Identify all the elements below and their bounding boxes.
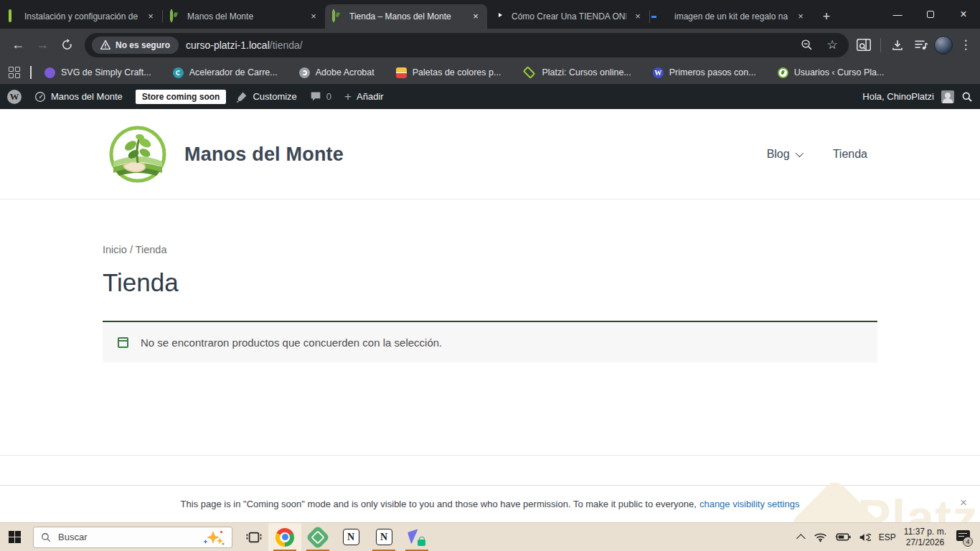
bookmark-acelerador[interactable]: Acelerador de Carre... [173, 67, 278, 78]
bookmark-usuarios[interactable]: Usuarios ‹ Curso Pla... [778, 67, 885, 78]
minimize-button[interactable]: — [881, 0, 914, 29]
admin-site-menu[interactable]: Manos del Monte [34, 91, 123, 103]
user-avatar[interactable] [941, 90, 954, 103]
plus-icon: + [344, 90, 352, 104]
security-chip[interactable]: No es seguro [92, 37, 179, 54]
nav-blog-label: Blog [767, 148, 790, 161]
woocommerce-info-notice: No se encontraron productos que concuerd… [103, 322, 877, 362]
tab-instalacion[interactable]: Instalación y configuración de × [0, 4, 162, 29]
windows-taskbar: Buscar N N ESP 11:37 p. m. 27/1/ [0, 522, 980, 551]
add-new-label: Añadir [357, 91, 384, 102]
notion-icon: N [343, 529, 359, 545]
taskbar-notion2-button[interactable]: N [367, 523, 400, 551]
taskbar-chrome-button[interactable] [268, 523, 301, 551]
main-navigation: Blog Tienda [767, 148, 877, 161]
taskbar-local-button[interactable] [301, 523, 334, 551]
admin-search-icon[interactable] [961, 91, 973, 103]
profile-avatar[interactable] [934, 36, 953, 55]
chrome-icon [275, 528, 294, 547]
start-button[interactable] [0, 523, 29, 551]
site-logo[interactable] [109, 126, 166, 183]
bookmark-label: Primeros pasos con... [669, 67, 756, 77]
zoom-out-page-icon[interactable] [797, 36, 816, 55]
battery-charging-icon[interactable] [835, 532, 851, 542]
add-new-menu[interactable]: + Añadir [344, 90, 384, 104]
footer-divider [0, 455, 980, 456]
bookmark-svg-craft[interactable]: SVG de Simply Craft... [44, 67, 151, 78]
close-window-button[interactable]: × [947, 0, 980, 29]
customize-menu[interactable]: Customize [236, 91, 296, 103]
notification-center-button[interactable]: 4 [954, 528, 973, 547]
tab-close-icon[interactable]: × [145, 11, 156, 22]
comment-bubble-icon [310, 91, 321, 102]
taskbar-notion-button[interactable]: N [334, 523, 367, 551]
toolbar-separator [880, 38, 881, 52]
google-icon [657, 11, 669, 22]
back-button[interactable]: ← [6, 33, 30, 57]
tab-tienda-active[interactable]: Tienda – Manos del Monte × [325, 4, 487, 29]
site-header: Manos del Monte Blog Tienda [0, 109, 980, 199]
notification-count-badge: 4 [963, 537, 973, 547]
swirl-icon [173, 67, 184, 78]
no-products-message: No se encontraron productos que concuerd… [141, 336, 442, 349]
wordpress-logo-icon: W [7, 90, 22, 104]
taskbar-vpn-button[interactable] [400, 523, 433, 551]
media-playlist-icon [914, 39, 928, 51]
windows-logo-icon [9, 531, 21, 543]
tab-close-icon[interactable]: × [470, 11, 481, 22]
tab-google-search[interactable]: imagen de un kit de regalo na × [650, 4, 812, 29]
side-panel-search-icon[interactable] [854, 36, 873, 55]
bookmark-paletas[interactable]: Paletas de colores p... [396, 67, 501, 78]
tab-close-icon[interactable]: × [795, 11, 806, 22]
download-icon [891, 39, 904, 52]
speaker-icon[interactable] [859, 532, 871, 542]
coming-soon-text: This page is in "Coming soon" mode and i… [181, 499, 697, 509]
bookmark-wordpress[interactable]: WPrimeros pasos con... [653, 67, 756, 78]
browser-menu-button[interactable]: ⋮ [957, 37, 974, 52]
tab-close-icon[interactable]: × [308, 11, 319, 22]
url-path: /tienda/ [270, 39, 303, 51]
new-tab-button[interactable]: + [816, 6, 837, 27]
clock-date: 27/1/2026 [906, 537, 944, 547]
media-controls-button[interactable] [911, 36, 930, 55]
tab-close-icon[interactable]: × [632, 11, 644, 22]
browser-toolbar: ← → No es seguro curso-platzi-1.local/ti… [0, 29, 980, 61]
bookmark-platzi[interactable]: Platzi: Cursos online... [522, 67, 631, 77]
nav-blog-link[interactable]: Blog [767, 148, 801, 161]
language-indicator[interactable]: ESP [879, 532, 896, 542]
bookmark-star-icon[interactable]: ☆ [823, 36, 842, 55]
admin-bar-right: Hola, ChinoPlatzi [862, 90, 973, 103]
site-title[interactable]: Manos del Monte [184, 143, 344, 166]
dismiss-banner-icon[interactable]: × [960, 496, 967, 510]
bookmark-adobe-acrobat[interactable]: Adobe Acrobat [299, 67, 374, 78]
taskbar-clock[interactable]: 11:37 p. m. 27/1/2026 [904, 527, 946, 548]
bookmark-label: Paletas de colores p... [413, 67, 501, 77]
apps-grid-icon[interactable] [9, 67, 20, 78]
breadcrumb-home-link[interactable]: Inicio [103, 244, 127, 255]
taskbar-search-input[interactable]: Buscar [33, 527, 232, 548]
address-bar[interactable]: No es seguro curso-platzi-1.local/tienda… [85, 33, 849, 57]
downloads-button[interactable] [888, 36, 907, 55]
wp-logo-menu[interactable]: W [7, 90, 22, 104]
tab-manos-del-monte[interactable]: Manos del Monte × [163, 4, 325, 29]
acrobat-icon [299, 67, 310, 78]
reload-button[interactable] [55, 33, 79, 57]
forward-button[interactable]: → [30, 33, 55, 57]
url-text[interactable]: curso-platzi-1.local/tienda/ [186, 39, 303, 51]
tab-youtube[interactable]: Cómo Crear Una TIENDA ONL × [487, 4, 649, 29]
platzi-icon [523, 66, 536, 79]
wifi-icon[interactable] [814, 532, 827, 542]
bookmark-label: Acelerador de Carre... [189, 67, 278, 77]
tab-title: Instalación y configuración de [24, 11, 139, 22]
paintbrush-icon [236, 91, 248, 103]
admin-greeting[interactable]: Hola, ChinoPlatzi [862, 91, 934, 102]
maximize-button[interactable] [914, 0, 947, 29]
change-visibility-settings-link[interactable]: change visibility settings [699, 499, 799, 509]
vpn-lock-icon [408, 529, 425, 546]
nav-tienda-link[interactable]: Tienda [833, 148, 867, 161]
store-window-icon [118, 337, 128, 348]
task-view-button[interactable] [240, 523, 268, 551]
comments-menu[interactable]: 0 [310, 91, 331, 102]
tray-expand-icon[interactable] [796, 534, 806, 543]
dashboard-gauge-icon [34, 91, 46, 103]
